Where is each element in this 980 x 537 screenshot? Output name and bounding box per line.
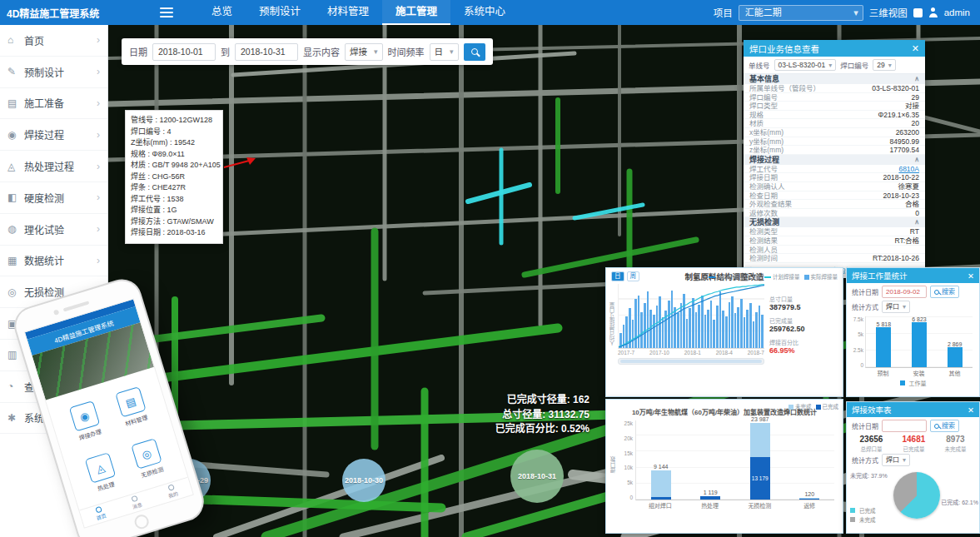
chart3-controls-row2: 统计方式 焊口 ▾ [847,298,979,313]
search-button[interactable]: 搜索 [930,420,959,432]
sidebar-item-data-statistics[interactable]: ▦数据统计› [0,246,107,277]
stat-mode-select[interactable]: 焊口 ▾ [882,301,910,313]
collapse-icon: ∧ [914,217,919,227]
slider-handle[interactable] [620,360,762,363]
search-button[interactable] [464,43,485,61]
info-label: 检查日期 [749,191,778,200]
info-label: y坐标(mm) [749,137,784,146]
line-number-select[interactable]: 03-LS-8320-01 ▾ [774,59,837,71]
bar-total-label: 1 119 [704,490,718,495]
nav-item-3[interactable]: 材料管理 [314,0,382,25]
stacked-bar[interactable] [799,498,819,500]
section-title: 基本信息 [749,74,779,84]
close-icon[interactable]: ✕ [912,43,919,54]
project-value: 汇能二期 [745,7,782,17]
line-number-value: 03-LS-8320-01 [779,60,826,71]
info-row: 焊接日期2018-10-22 [744,173,925,182]
freq-select[interactable]: 日 ▾ [430,43,459,61]
stacked-bar[interactable]: 13 179 [750,423,770,500]
pie-label-incomplete: 未完成: 37.9% [850,471,888,480]
chart1-range-slider[interactable] [618,358,764,365]
nav-item-2[interactable]: 预制设计 [246,0,314,25]
stat-date-input[interactable] [882,420,927,432]
y-tick: 10k [624,465,633,470]
bar[interactable] [876,327,891,367]
info-value: 03-LS-8320-01 [872,84,919,92]
chart1-tab-周[interactable]: 周 [627,271,640,281]
section-header[interactable]: 无损检测∧ [744,217,925,227]
nav-item-4[interactable]: 施工管理 [382,0,450,25]
sidebar-item-heat-treatment[interactable]: ◬热处理过程› [0,151,107,182]
y-tick: 0 [629,495,633,500]
legend-swatch [764,276,771,278]
chevron-down-icon: ▾ [888,60,892,71]
section-header[interactable]: 基本信息∧ [744,74,925,84]
date-to-input[interactable]: 2018-10-31 [235,43,298,61]
topnav-items: 总览预制设计材料管理施工管理系统中心 [198,0,519,25]
stacked-bar[interactable] [651,470,671,500]
view-toggle-label: 三维视图 [869,6,908,19]
section-header[interactable]: 焊接过程∧ [744,155,925,165]
search-icon [934,290,939,295]
weld-number-select[interactable]: 29 ▾ [873,59,895,71]
nav-item-5[interactable]: 系统中心 [450,0,519,25]
nav-item-1[interactable]: 总览 [198,0,246,25]
tooltip-row: 焊口编号 : 4 [131,127,217,138]
view-toggle[interactable] [913,8,923,17]
close-icon[interactable]: ✕ [968,405,974,415]
info-value: 84950.99 [890,137,919,146]
timeline-node-2018-10-30[interactable]: 2018-10-30 [342,459,386,502]
search-button[interactable]: 搜索 [930,286,959,298]
info-label: 检测人员 [749,246,778,254]
sidebar-item-welding-process[interactable]: ◉焊接过程› [0,119,107,151]
close-icon[interactable]: ✕ [968,271,974,281]
legend-item: 实际焊接量 [804,272,838,281]
sidebar-item-home[interactable]: ⌂首页› [0,25,107,57]
stat-block: 23656总焊口量 [860,435,883,453]
date-from-input[interactable]: 2018-10-01 [152,43,216,61]
x-tick: 2018-7 [748,350,764,356]
phone-home-button[interactable] [133,513,151,530]
bar[interactable] [948,347,963,367]
sidebar-item-physchem-test[interactable]: ◍理化试验› [0,214,107,246]
sidebar-item-hardness-test[interactable]: ◧硬度检测› [0,182,107,214]
stat-date-label: 统计日期 [852,287,878,296]
filter-bar: 日期 2018-10-01 到 2018-10-31 显示内容 焊接 ▾ 时间频… [122,38,493,65]
menu-icon[interactable] [160,7,173,17]
tooltip-rows: 管线号 : 1200-12GW128焊口编号 : 4Z坐标(mm) : 1954… [131,115,217,239]
sidebar-item-prefab-design[interactable]: ✎预制设计› [0,57,107,88]
bar[interactable] [912,322,927,367]
info-value[interactable]: 6810A [898,165,919,173]
chart1-header: 制氢原料结构调整改造 日周 人均日焊接寸口量计划焊接量实际焊接量 [606,268,843,282]
x-tick: 2017-7 [618,350,634,356]
chevron-right-icon: › [97,255,100,266]
stacked-bar[interactable] [700,496,720,500]
weld-number-value: 29 [877,60,884,71]
legend-swatch [850,517,855,522]
weld-number-label: 焊口编号 [840,60,868,70]
stat-mode-select[interactable]: 焊口 ▾ [882,454,910,466]
stat-date-input[interactable]: 2018-09-02 [882,286,927,298]
x-label: 安装 [913,369,925,377]
bar-group: 23 98713 179 [746,420,774,500]
legend-label: 未完成 [859,515,876,524]
efficiency-pie[interactable] [893,472,940,519]
x-tick: 2018-1 [684,350,701,356]
content-select[interactable]: 焊接 ▾ [345,43,383,61]
chevron-down-icon: ▾ [853,6,858,20]
sidebar-item-construction-prep[interactable]: ▤施工准备› [0,88,107,120]
chart1-tab-日[interactable]: 日 [611,271,624,281]
stat-value: 66.95% [769,346,818,355]
info-row: y坐标(mm)84950.99 [744,137,925,147]
timeline-node-2018-10-31[interactable]: 2018-10-31 [510,450,564,503]
line-number-label: 单线号 [749,60,770,70]
chart3-header: 焊接工作量统计 ✕ [847,268,979,283]
info-row: x坐标(mm)263200 [744,128,925,137]
chart2-header: 10万吨/年生物航煤（60万吨/年柴油）加氢装置改造焊口数统计 未完成已完成 [606,400,843,419]
user-icon [928,7,938,17]
legend-item: 工作量 [900,379,927,387]
bar-value-label: 6 823 [912,316,927,322]
stat-block: 14681已完成量 [903,435,926,453]
project-select[interactable]: 汇能二期 ▾ [739,5,863,21]
username[interactable]: admin [944,7,970,17]
